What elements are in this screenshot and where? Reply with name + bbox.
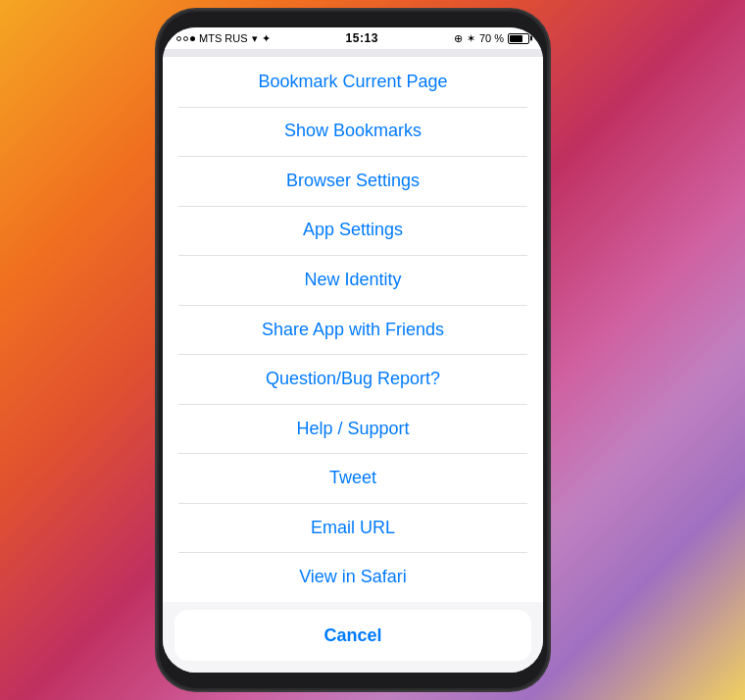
browser-chrome (163, 49, 543, 57)
menu-item-show-bookmarks[interactable]: Show Bookmarks (163, 107, 543, 157)
menu-item-label-show-bookmarks: Show Bookmarks (284, 121, 422, 141)
menu-item-label-browser-settings: Browser Settings (286, 171, 420, 191)
menu-card: Bookmark Current Page Show Bookmarks Bro… (163, 57, 543, 602)
menu-item-share-app-with-friends[interactable]: Share App with Friends (163, 305, 543, 355)
signal-dot-2 (183, 36, 188, 41)
menu-item-label-new-identity: New Identity (304, 270, 401, 290)
menu-item-label-tweet: Tweet (329, 468, 376, 488)
signal-dot-1 (176, 36, 181, 41)
carrier-name: MTS RUS (199, 32, 248, 44)
menu-item-label-email-url: Email URL (311, 518, 395, 538)
battery-icon (508, 33, 529, 44)
menu-item-question-bug-report[interactable]: Question/Bug Report? (163, 354, 543, 404)
cancel-button[interactable]: Cancel (174, 610, 531, 661)
menu-item-bookmark-current-page[interactable]: Bookmark Current Page (163, 57, 543, 107)
menu-item-tweet[interactable]: Tweet (163, 453, 543, 503)
menu-item-label-share-app-with-friends: Share App with Friends (262, 320, 444, 340)
menu-item-label-question-bug-report: Question/Bug Report? (266, 369, 440, 389)
menu-item-label-help-support: Help / Support (296, 419, 409, 439)
phone-frame: MTS RUS ▾ ✦ 15:13 ⊕ ✶ 70 % Bookmark Curr… (157, 10, 549, 690)
menu-area: Bookmark Current Page Show Bookmarks Bro… (163, 57, 543, 673)
battery-fill (510, 35, 522, 42)
status-bar: MTS RUS ▾ ✦ 15:13 ⊕ ✶ 70 % (163, 27, 543, 49)
menu-item-app-settings[interactable]: App Settings (163, 206, 543, 256)
menu-item-help-support[interactable]: Help / Support (163, 404, 543, 454)
menu-item-label-app-settings: App Settings (303, 220, 403, 240)
location-icon: ⊕ (454, 32, 463, 45)
signal-indicator (176, 36, 195, 41)
cancel-area: Cancel (163, 602, 543, 673)
battery-percent: 70 % (479, 32, 504, 44)
menu-item-email-url[interactable]: Email URL (163, 503, 543, 553)
bluetooth-icon: ✶ (467, 32, 475, 45)
menu-item-label-bookmark-current-page: Bookmark Current Page (258, 72, 447, 92)
signal-icon: ✦ (262, 32, 271, 45)
status-right: ⊕ ✶ 70 % (454, 32, 529, 45)
phone-screen: MTS RUS ▾ ✦ 15:13 ⊕ ✶ 70 % Bookmark Curr… (163, 27, 543, 673)
menu-item-label-view-in-safari: View in Safari (299, 567, 407, 587)
signal-dot-3 (190, 36, 195, 41)
wifi-icon: ▾ (252, 32, 258, 45)
menu-item-browser-settings[interactable]: Browser Settings (163, 156, 543, 206)
menu-item-new-identity[interactable]: New Identity (163, 255, 543, 305)
clock: 15:13 (346, 31, 378, 45)
status-left: MTS RUS ▾ ✦ (176, 32, 271, 45)
menu-item-view-in-safari[interactable]: View in Safari (163, 552, 543, 602)
